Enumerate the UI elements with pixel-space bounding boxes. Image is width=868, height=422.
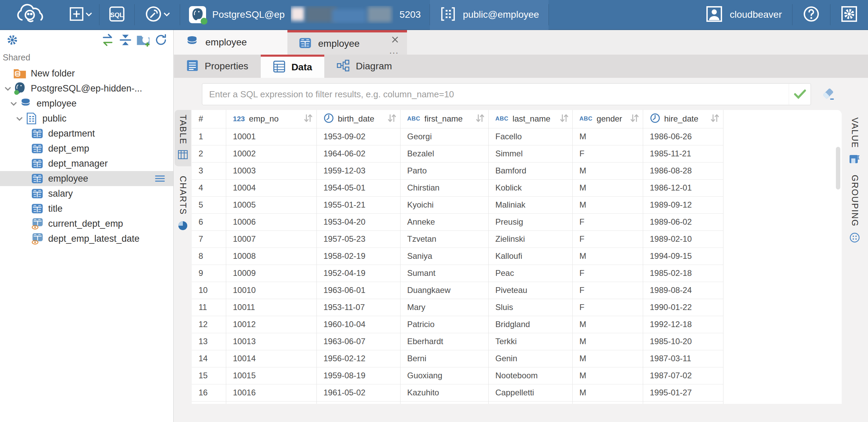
- cell-last_name[interactable]: Facello: [488, 128, 572, 145]
- cell-gender[interactable]: F: [572, 299, 643, 316]
- cell-index[interactable]: 11: [192, 299, 226, 316]
- grid-scrollbar[interactable]: [836, 147, 840, 189]
- cell-gender[interactable]: F: [572, 145, 643, 162]
- tab-diagram[interactable]: Diagram: [324, 55, 404, 78]
- cell-gender[interactable]: M: [572, 333, 643, 350]
- cell-emp_no[interactable]: 10009: [226, 265, 316, 282]
- sort-icon[interactable]: [475, 114, 485, 124]
- cell-birth_date[interactable]: 1952-04-19: [316, 265, 400, 282]
- tree-item-department[interactable]: department: [0, 126, 173, 141]
- cell-last_name[interactable]: Preusig: [488, 213, 572, 230]
- cell-last_name[interactable]: Peac: [488, 265, 572, 282]
- cell-gender[interactable]: M: [572, 248, 643, 265]
- cell-last_name[interactable]: Nooteboom: [488, 367, 572, 384]
- cell-gender[interactable]: M: [572, 316, 643, 333]
- column-header-gender[interactable]: ABCgender: [572, 110, 643, 128]
- tree-item-public[interactable]: public: [0, 111, 173, 126]
- cell-first_name[interactable]: Guoxiang: [400, 367, 488, 384]
- sort-icon[interactable]: [303, 114, 313, 124]
- cell-index[interactable]: 6: [192, 213, 226, 230]
- cell-emp_no[interactable]: 10008: [226, 248, 316, 265]
- panel-tab-grouping[interactable]: GROUPING: [849, 175, 860, 244]
- column-header-last_name[interactable]: ABClast_name: [488, 110, 572, 128]
- tree-item-dept-emp[interactable]: dept_emp: [0, 141, 173, 156]
- cell-index[interactable]: 1: [192, 128, 226, 145]
- presentation-tab-table[interactable]: TABLE: [175, 110, 191, 166]
- active-connection-selector[interactable]: PostgreSQL@ep 5203: [180, 0, 430, 30]
- column-header-index[interactable]: #: [192, 110, 226, 128]
- tree-item-dept-emp-latest-date[interactable]: dept_emp_latest_date: [0, 231, 173, 246]
- tree-item-new-folder[interactable]: New folder: [0, 66, 173, 81]
- cell-hire_date[interactable]: 1992-12-18: [643, 316, 723, 333]
- cell-gender[interactable]: F: [572, 265, 643, 282]
- tree-item-salary[interactable]: salary: [0, 186, 173, 201]
- cell-birth_date[interactable]: 1960-10-04: [316, 316, 400, 333]
- cell-hire_date[interactable]: 1987-03-11: [643, 350, 723, 367]
- tree-item-postgresql-ep-hidden-[interactable]: PostgreSQL@ep-hidden-...: [0, 81, 173, 96]
- expand-chevron-icon[interactable]: [14, 113, 25, 124]
- cell-first_name[interactable]: Sumant: [400, 265, 488, 282]
- cell-hire_date[interactable]: 1989-06-02: [643, 213, 723, 230]
- expand-chevron-icon[interactable]: [9, 98, 19, 109]
- cell-birth_date[interactable]: 1955-01-21: [316, 196, 400, 213]
- close-tab-icon[interactable]: [391, 35, 399, 45]
- cell-birth_date[interactable]: 1963-06-01: [316, 282, 400, 299]
- cell-first_name[interactable]: Anneke: [400, 213, 488, 230]
- cell-last_name[interactable]: Maliniak: [488, 196, 572, 213]
- cell-emp_no[interactable]: 10014: [226, 350, 316, 367]
- cell-last_name[interactable]: Sluis: [488, 299, 572, 316]
- cell-first_name[interactable]: Duangkaew: [400, 282, 488, 299]
- tree-item-dept-manager[interactable]: dept_manager: [0, 156, 173, 171]
- cell-birth_date[interactable]: 1964-06-02: [316, 145, 400, 162]
- cell-birth_date[interactable]: 1958-02-19: [316, 248, 400, 265]
- clear-filter-icon[interactable]: [818, 85, 838, 103]
- cell-index[interactable]: 9: [192, 265, 226, 282]
- cell-index[interactable]: 10: [192, 282, 226, 299]
- tree-item-menu-icon[interactable]: [154, 173, 166, 185]
- new-folder-button[interactable]: [134, 32, 152, 48]
- column-header-first_name[interactable]: ABCfirst_name: [400, 110, 488, 128]
- cell-emp_no[interactable]: 10016: [226, 384, 316, 401]
- cell-index[interactable]: 12: [192, 316, 226, 333]
- tab-employee-connection[interactable]: employee: [174, 30, 287, 55]
- help-button[interactable]: [792, 0, 830, 30]
- cell-index[interactable]: 16: [192, 384, 226, 401]
- cell-gender[interactable]: M: [572, 350, 643, 367]
- cell-emp_no[interactable]: 10003: [226, 162, 316, 179]
- cell-last_name[interactable]: Piveteau: [488, 282, 572, 299]
- cell-hire_date[interactable]: 1995-01-27: [643, 384, 723, 401]
- cell-hire_date[interactable]: 1990-01-22: [643, 299, 723, 316]
- cell-birth_date[interactable]: 1953-09-02: [316, 128, 400, 145]
- cell-emp_no[interactable]: 10005: [226, 196, 316, 213]
- cell-emp_no[interactable]: 10011: [226, 299, 316, 316]
- cell-first_name[interactable]: Eberhardt: [400, 333, 488, 350]
- cell-birth_date[interactable]: 1959-08-19: [316, 367, 400, 384]
- tree-item-employee[interactable]: employee: [0, 96, 173, 111]
- cell-gender[interactable]: M: [572, 128, 643, 145]
- panel-tab-value[interactable]: VALUE: [849, 117, 860, 166]
- cell-hire_date[interactable]: 1987-07-02: [643, 367, 723, 384]
- cell-index[interactable]: 14: [192, 350, 226, 367]
- sort-icon[interactable]: [559, 114, 569, 124]
- cell-gender[interactable]: F: [572, 230, 643, 248]
- cell-birth_date[interactable]: 1961-05-02: [316, 384, 400, 401]
- cell-hire_date[interactable]: 1989-09-12: [643, 196, 723, 213]
- cell-first_name[interactable]: Georgi: [400, 128, 488, 145]
- column-header-emp_no[interactable]: 123emp_no: [226, 110, 316, 128]
- sql-filter-input[interactable]: [202, 89, 789, 100]
- cell-first_name[interactable]: Berni: [400, 350, 488, 367]
- cell-gender[interactable]: F: [572, 282, 643, 299]
- cell-gender[interactable]: M: [572, 162, 643, 179]
- cell-last_name[interactable]: Kalloufi: [488, 248, 572, 265]
- refresh-tree-button[interactable]: [152, 32, 170, 48]
- sort-icon[interactable]: [387, 114, 397, 124]
- cell-index[interactable]: 4: [192, 179, 226, 196]
- cell-emp_no[interactable]: 10001: [226, 128, 316, 145]
- cell-first_name[interactable]: Bezalel: [400, 145, 488, 162]
- cell-first_name[interactable]: Saniya: [400, 248, 488, 265]
- cell-index[interactable]: 8: [192, 248, 226, 265]
- cell-last_name[interactable]: Cappelletti: [488, 384, 572, 401]
- cell-first_name[interactable]: Chirstian: [400, 179, 488, 196]
- expand-chevron-icon[interactable]: [3, 83, 13, 94]
- cell-last_name[interactable]: Zielinski: [488, 230, 572, 248]
